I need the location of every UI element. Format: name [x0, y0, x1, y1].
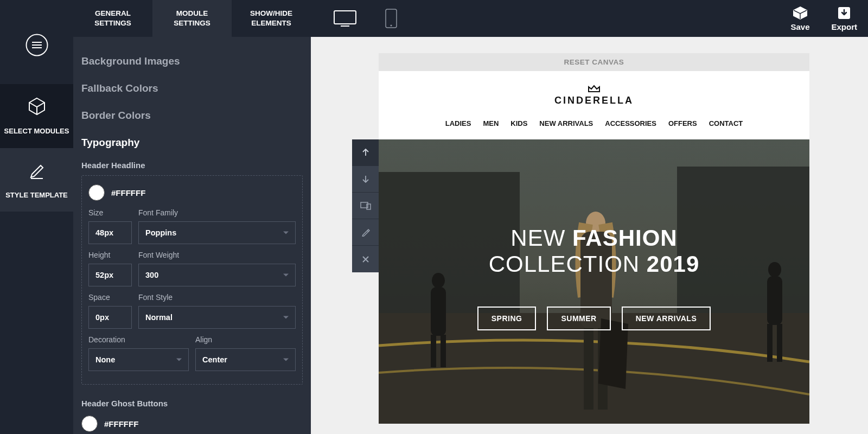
menu-button[interactable] [0, 22, 73, 79]
decoration-label: Decoration [88, 335, 189, 344]
tab-module-settings[interactable]: MODULE SETTINGS [152, 0, 232, 37]
select-modules-button[interactable]: SELECT MODULES [0, 84, 73, 148]
headline-color-picker[interactable]: #FFFFFF [88, 182, 296, 208]
brand-name: CINDERELLA [379, 95, 809, 106]
hero-cta-row: SPRING SUMMER NEW ARRIVALS [379, 307, 809, 330]
pencil-icon [361, 228, 370, 237]
section-fallback-colors[interactable]: Fallback Colors [81, 75, 303, 102]
size-input[interactable]: 48px [88, 221, 132, 244]
delete-button[interactable] [352, 246, 379, 272]
headline-word: 2019 [647, 251, 699, 277]
size-label: Size [88, 208, 132, 217]
package-icon [793, 6, 808, 20]
nav-item[interactable]: CONTACT [709, 119, 743, 127]
color-swatch-icon [88, 184, 105, 201]
height-input[interactable]: 52px [88, 264, 132, 286]
font-family-label: Font Family [138, 208, 296, 217]
font-style-label: Font Style [138, 293, 296, 302]
ghost-color-value: #FFFFFF [104, 419, 138, 429]
settings-tabs: GENERAL SETTINGS MODULE SETTINGS SHOW/HI… [73, 0, 311, 37]
section-border-colors[interactable]: Border Colors [81, 102, 303, 129]
header-ghost-buttons-label: Header Ghost Buttons [81, 394, 303, 413]
tab-show-hide-elements[interactable]: SHOW/HIDE ELEMENTS [232, 0, 311, 37]
cta-button[interactable]: SUMMER [547, 307, 610, 330]
hero-module[interactable]: NEW FASHION COLLECTION 2019 SPRING SUMME… [379, 139, 809, 424]
module-toolbar [352, 139, 379, 272]
section-typography[interactable]: Typography [81, 129, 303, 156]
font-weight-select[interactable]: 300 [138, 264, 296, 286]
header-headline-group: #FFFFFF Size 48px Font Family Poppins He… [81, 175, 303, 385]
preview-nav: LADIES MEN KIDS NEW ARRIVALS ACCESSORIES… [379, 114, 809, 139]
desktop-icon [333, 10, 357, 27]
style-template-label: STYLE TEMPLATE [5, 191, 68, 200]
cta-button[interactable]: NEW ARRIVALS [622, 307, 711, 330]
color-swatch-icon [81, 416, 98, 432]
align-select[interactable]: Center [195, 348, 296, 371]
move-up-button[interactable] [352, 139, 379, 166]
desktop-view-button[interactable] [330, 8, 360, 29]
edit-button[interactable] [352, 219, 379, 246]
preview-frame: CINDERELLA LADIES MEN KIDS NEW ARRIVALS … [379, 71, 809, 424]
left-rail: SELECT MODULES STYLE TEMPLATE [0, 0, 73, 434]
nav-item[interactable]: KIDS [510, 119, 527, 127]
font-weight-label: Font Weight [138, 251, 296, 259]
svg-rect-13 [367, 204, 371, 209]
save-label: Save [790, 22, 809, 31]
mobile-icon [385, 8, 398, 29]
nav-item[interactable]: ACCESSORIES [605, 119, 656, 127]
ghost-color-picker[interactable]: #FFFFFF [81, 413, 303, 434]
header-headline-label: Header Headline [81, 156, 303, 175]
export-button[interactable]: Export [831, 6, 857, 31]
devices-icon [360, 201, 371, 210]
space-label: Space [88, 293, 132, 302]
style-template-button[interactable]: STYLE TEMPLATE [0, 148, 73, 212]
headline-word: FASHION [572, 225, 678, 251]
decoration-select[interactable]: None [88, 348, 189, 371]
move-down-button[interactable] [352, 166, 379, 193]
space-input[interactable]: 0px [88, 306, 132, 329]
close-icon [361, 255, 370, 264]
section-background-images[interactable]: Background Images [81, 48, 303, 75]
nav-item[interactable]: MEN [483, 119, 499, 127]
svg-point-9 [390, 25, 392, 27]
cta-button[interactable]: SPRING [477, 307, 537, 330]
responsive-button[interactable] [352, 193, 379, 219]
arrow-down-icon [361, 174, 371, 184]
tab-general-settings[interactable]: GENERAL SETTINGS [73, 0, 152, 37]
height-label: Height [88, 251, 132, 259]
headline-color-value: #FFFFFF [111, 188, 145, 197]
mobile-view-button[interactable] [376, 8, 406, 29]
select-modules-label: SELECT MODULES [4, 127, 69, 136]
hamburger-icon [25, 34, 48, 59]
settings-panel: GENERAL SETTINGS MODULE SETTINGS SHOW/HI… [73, 0, 311, 434]
settings-body: Background Images Fallback Colors Border… [73, 37, 311, 434]
font-family-select[interactable]: Poppins [138, 221, 296, 244]
brand-logo: CINDERELLA [379, 71, 809, 114]
canvas-area: RESET CANVAS CINDERELLA LADIES MEN KIDS … [311, 37, 868, 434]
reset-canvas-button[interactable]: RESET CANVAS [379, 53, 809, 71]
top-bar: Save Export [311, 0, 868, 37]
nav-item[interactable]: OFFERS [668, 119, 697, 127]
download-icon [837, 6, 851, 20]
crown-icon [588, 84, 601, 93]
align-label: Align [195, 335, 296, 344]
pencil-icon [27, 160, 47, 183]
headline-word: NEW [510, 225, 565, 251]
headline-word: COLLECTION [489, 251, 640, 277]
nav-item[interactable]: NEW ARRIVALS [539, 119, 593, 127]
svg-rect-6 [334, 11, 356, 24]
hero-headline: NEW FASHION COLLECTION 2019 [379, 225, 809, 277]
export-label: Export [831, 22, 857, 31]
nav-item[interactable]: LADIES [445, 119, 471, 127]
font-style-select[interactable]: Normal [138, 306, 296, 329]
save-button[interactable]: Save [790, 6, 809, 31]
arrow-up-icon [361, 148, 371, 157]
cube-icon [27, 96, 47, 119]
